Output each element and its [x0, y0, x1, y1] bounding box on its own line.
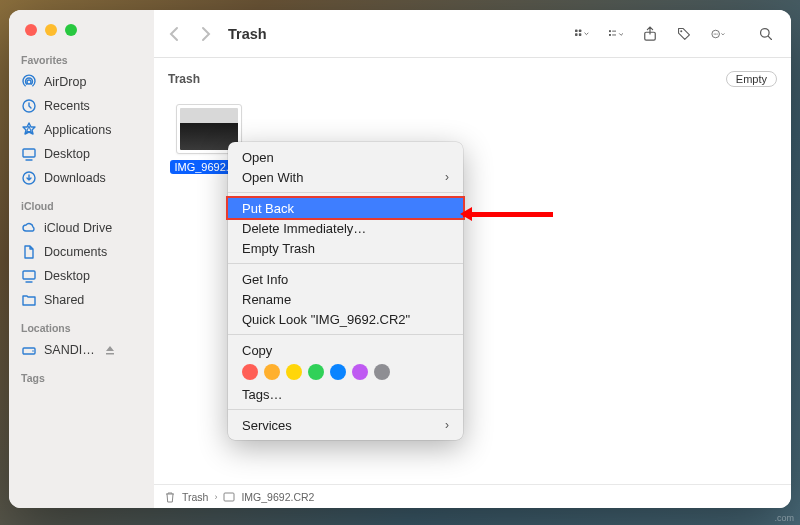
- subheader: Trash Empty: [154, 58, 791, 92]
- menu-item-label: Quick Look "IMG_9692.CR2": [242, 312, 410, 327]
- menu-item-label: Copy: [242, 343, 272, 358]
- sidebar-item-documents[interactable]: Documents: [9, 240, 154, 264]
- sidebar-section-label: Favorites: [9, 44, 154, 70]
- menu-item-put-back[interactable]: Put Back: [228, 198, 463, 218]
- sidebar-item-recents[interactable]: Recents: [9, 94, 154, 118]
- menu-item-label: Open With: [242, 170, 303, 185]
- tag-color-dot[interactable]: [264, 364, 280, 380]
- more-icon[interactable]: [707, 26, 729, 42]
- menu-item-label: Put Back: [242, 201, 294, 216]
- group-icon[interactable]: [605, 26, 627, 42]
- sidebar-item-desktop[interactable]: Desktop: [9, 264, 154, 288]
- path-trash[interactable]: Trash: [182, 491, 208, 503]
- doc-icon: [21, 244, 37, 260]
- sidebar-item-airdrop[interactable]: AirDrop: [9, 70, 154, 94]
- sidebar-section-label: iCloud: [9, 190, 154, 216]
- svg-point-9: [32, 350, 34, 352]
- menu-item-empty-trash[interactable]: Empty Trash: [228, 238, 463, 258]
- svg-point-19: [680, 30, 682, 32]
- menu-item-get-info[interactable]: Get Info: [228, 269, 463, 289]
- sidebar-item-desktop[interactable]: Desktop: [9, 142, 154, 166]
- menu-item-tags-[interactable]: Tags…: [228, 384, 463, 404]
- menu-item-label: Empty Trash: [242, 241, 315, 256]
- sidebar-section-label: Tags: [9, 362, 154, 388]
- sidebar-item-label: Shared: [44, 293, 84, 307]
- svg-rect-14: [609, 30, 611, 32]
- tag-color-dot[interactable]: [242, 364, 258, 380]
- sidebar-item-label: AirDrop: [44, 75, 86, 89]
- menu-item-rename[interactable]: Rename: [228, 289, 463, 309]
- sidebar-item-applications[interactable]: AApplications: [9, 118, 154, 142]
- sidebar-item-label: iCloud Drive: [44, 221, 112, 235]
- window-title: Trash: [228, 26, 267, 42]
- tag-color-dot[interactable]: [374, 364, 390, 380]
- folder-icon: [21, 292, 37, 308]
- svg-text:A: A: [25, 124, 33, 136]
- forward-button[interactable]: [200, 26, 212, 42]
- menu-separator: [228, 409, 463, 410]
- back-button[interactable]: [168, 26, 180, 42]
- svg-rect-6: [23, 271, 35, 279]
- view-icon-grid[interactable]: [571, 26, 593, 42]
- svg-rect-13: [579, 33, 582, 36]
- sidebar-item-label: Recents: [44, 99, 90, 113]
- path-file[interactable]: IMG_9692.CR2: [241, 491, 314, 503]
- svg-point-22: [715, 33, 716, 34]
- menu-item-open-with[interactable]: Open With›: [228, 167, 463, 187]
- share-icon[interactable]: [639, 25, 661, 43]
- tag-color-dot[interactable]: [286, 364, 302, 380]
- search-icon[interactable]: [755, 25, 777, 43]
- svg-rect-10: [575, 29, 578, 32]
- cloud-icon: [21, 220, 37, 236]
- sidebar-item-label: Desktop: [44, 269, 90, 283]
- sidebar-item-label: Documents: [44, 245, 107, 259]
- trash-icon: [164, 491, 176, 503]
- tag-color-dot[interactable]: [308, 364, 324, 380]
- menu-item-label: Rename: [242, 292, 291, 307]
- tag-colors-row: [228, 360, 463, 384]
- sidebar-item-iclouddrive[interactable]: iCloud Drive: [9, 216, 154, 240]
- sidebar-item-label: Desktop: [44, 147, 90, 161]
- desktop-icon: [21, 146, 37, 162]
- tag-color-dot[interactable]: [352, 364, 368, 380]
- zoom-button[interactable]: [65, 24, 77, 36]
- menu-item-delete-immediately-[interactable]: Delete Immediately…: [228, 218, 463, 238]
- svg-line-25: [768, 36, 771, 39]
- menu-item-label: Services: [242, 418, 292, 433]
- desktop-icon: [21, 268, 37, 284]
- menu-item-services[interactable]: Services›: [228, 415, 463, 435]
- chevron-right-icon: ›: [445, 418, 449, 432]
- clock-icon: [21, 98, 37, 114]
- sidebar-item-label: Applications: [44, 123, 111, 137]
- menu-item-quick-look--img------cr--[interactable]: Quick Look "IMG_9692.CR2": [228, 309, 463, 329]
- menu-separator: [228, 334, 463, 335]
- eject-icon[interactable]: [104, 344, 116, 356]
- menu-item-open[interactable]: Open: [228, 147, 463, 167]
- sidebar-item-sandi[interactable]: SANDI…: [9, 338, 154, 362]
- image-icon: [223, 491, 235, 503]
- toolbar: Trash: [154, 10, 791, 58]
- context-menu: OpenOpen With›Put BackDelete Immediately…: [228, 142, 463, 440]
- chevron-right-icon: ›: [214, 492, 217, 502]
- apps-icon: A: [21, 122, 37, 138]
- sidebar-item-shared[interactable]: Shared: [9, 288, 154, 312]
- menu-item-copy[interactable]: Copy: [228, 340, 463, 360]
- menu-item-label: Get Info: [242, 272, 288, 287]
- drive-icon: [21, 342, 37, 358]
- tag-color-dot[interactable]: [330, 364, 346, 380]
- chevron-right-icon: ›: [445, 170, 449, 184]
- sidebar-section-label: Locations: [9, 312, 154, 338]
- menu-separator: [228, 192, 463, 193]
- menu-separator: [228, 263, 463, 264]
- location-title: Trash: [168, 72, 200, 86]
- sidebar-item-label: SANDI…: [44, 343, 95, 357]
- nav-buttons: [168, 26, 212, 42]
- annotation-arrow: [463, 212, 553, 217]
- minimize-button[interactable]: [45, 24, 57, 36]
- sidebar-item-downloads[interactable]: Downloads: [9, 166, 154, 190]
- svg-rect-3: [23, 149, 35, 157]
- tag-icon[interactable]: [673, 25, 695, 43]
- watermark: .com: [774, 513, 794, 523]
- empty-trash-button[interactable]: Empty: [726, 71, 777, 87]
- close-button[interactable]: [25, 24, 37, 36]
